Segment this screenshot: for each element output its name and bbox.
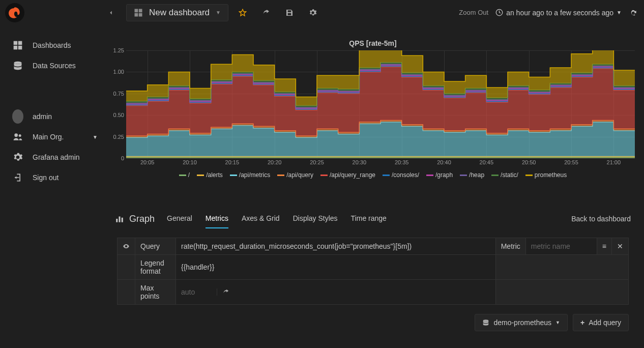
legend-swatch: [197, 175, 204, 176]
avatar-icon: [12, 109, 23, 124]
legend-swatch: [491, 175, 499, 176]
sidebar-collapse-button[interactable]: [104, 6, 118, 20]
legend-label: /static/: [501, 171, 518, 179]
legend-swatch: [460, 175, 467, 176]
legend-swatch: [383, 175, 390, 176]
sidebar-item-dashboard[interactable]: Dashboards: [0, 35, 107, 55]
svg-point-9: [14, 62, 22, 64]
legend-item[interactable]: /alerts: [197, 171, 223, 179]
legend-label: /: [188, 171, 190, 179]
legend-label: prometheus: [535, 171, 567, 179]
legend-format-label: Legend format: [135, 255, 176, 280]
signout-icon: [12, 172, 23, 183]
legend-item[interactable]: /static/: [491, 171, 518, 179]
zoom-out-button[interactable]: Zoom Out: [459, 9, 488, 16]
legend-swatch: [525, 175, 533, 176]
legend-label: /api/query: [286, 171, 313, 179]
svg-rect-7: [14, 46, 18, 50]
max-points-input[interactable]: [181, 288, 217, 296]
star-button[interactable]: [233, 4, 252, 22]
chevron-down-icon: ▼: [617, 10, 622, 15]
tab-time-range[interactable]: Time range: [351, 209, 387, 228]
legend-item[interactable]: /: [179, 171, 190, 179]
tab-metrics[interactable]: Metrics: [206, 209, 228, 228]
legend-format-input[interactable]: [181, 263, 490, 271]
legend-item[interactable]: /consoles/: [383, 171, 419, 179]
svg-rect-5: [14, 41, 18, 45]
legend-swatch: [277, 175, 284, 176]
share-button[interactable]: [257, 4, 275, 22]
time-range-label: an hour ago to a few seconds ago: [506, 9, 613, 17]
svg-rect-6: [18, 41, 22, 45]
sidebar-item-avatar[interactable]: admin: [0, 106, 107, 127]
tab-general[interactable]: General: [167, 209, 192, 228]
legend-label: /consoles/: [392, 171, 419, 179]
legend-label: /alerts: [206, 171, 223, 179]
svg-rect-13: [119, 217, 121, 222]
legend-label: /api/query_range: [330, 171, 375, 179]
legend-swatch: [320, 175, 328, 176]
sidebar-item-database[interactable]: Data Sources: [0, 55, 107, 76]
tab-display-styles[interactable]: Display Styles: [293, 209, 338, 228]
chevron-down-icon: ▼: [216, 10, 221, 15]
query-visibility-toggle[interactable]: [118, 238, 135, 255]
svg-point-10: [14, 133, 18, 137]
svg-rect-12: [116, 219, 118, 222]
refresh-button[interactable]: [629, 9, 637, 17]
metric-input[interactable]: [531, 242, 592, 250]
sidebar-item-gear[interactable]: Grafana admin: [0, 147, 107, 167]
datasource-picker[interactable]: demo-prometheus ▼: [475, 314, 568, 331]
database-icon: [482, 319, 489, 326]
panel-type-label: Graph: [129, 214, 155, 224]
max-points-label: Max points: [135, 280, 176, 305]
svg-rect-8: [18, 46, 22, 50]
dashboard-icon: [134, 8, 143, 17]
sidebar-item-label: Main Org.: [33, 133, 64, 141]
back-to-dashboard-link[interactable]: Back to dashboard: [571, 215, 631, 223]
time-range-picker[interactable]: an hour ago to a few seconds ago ▼: [495, 9, 622, 17]
svg-rect-2: [135, 13, 138, 16]
chevron-down-icon: ▼: [93, 134, 98, 140]
legend-item[interactable]: /heap: [460, 171, 484, 179]
clock-icon: [495, 9, 503, 16]
query-label: Query: [135, 238, 176, 255]
legend-item[interactable]: prometheus: [525, 171, 567, 179]
sidebar-item-label: admin: [33, 112, 52, 121]
graph-icon: [115, 214, 124, 223]
query-remove-button[interactable]: ✕: [612, 238, 629, 255]
sidebar-item-signout[interactable]: Sign out: [0, 167, 107, 188]
chevron-down-icon: ▼: [555, 320, 560, 325]
svg-point-15: [483, 320, 489, 322]
grafana-logo[interactable]: [5, 3, 24, 22]
query-menu-button[interactable]: ≡: [597, 238, 611, 255]
legend-swatch: [426, 175, 433, 176]
gear-icon: [12, 152, 23, 162]
plus-icon: +: [580, 318, 584, 327]
sidebar-item-users[interactable]: Main Org.▼: [0, 127, 107, 147]
legend-swatch: [179, 175, 186, 176]
legend-label: /heap: [469, 171, 484, 179]
add-query-label: Add query: [589, 318, 621, 327]
panel-title: QPS [rate-5m]: [107, 36, 639, 50]
dashboard-title: New dashboard: [149, 8, 210, 18]
save-button[interactable]: [280, 4, 299, 22]
users-icon: [12, 132, 23, 142]
sidebar-item-label: Data Sources: [33, 62, 76, 70]
legend-item[interactable]: /api/query: [277, 171, 313, 179]
sidebar-item-label: Dashboards: [33, 41, 71, 49]
query-input[interactable]: [181, 242, 490, 250]
tab-axes-grid[interactable]: Axes & Grid: [242, 209, 280, 228]
svg-rect-3: [139, 13, 142, 16]
settings-button[interactable]: [304, 4, 322, 22]
legend-item[interactable]: /api/query_range: [320, 171, 375, 179]
sidebar-item-label: Sign out: [33, 173, 58, 182]
legend-item[interactable]: /api/metrics: [230, 171, 270, 179]
legend-label: /api/metrics: [239, 171, 270, 179]
add-query-button[interactable]: + Add query: [573, 314, 629, 331]
legend-item[interactable]: /graph: [426, 171, 453, 179]
max-points-link-button[interactable]: [217, 288, 235, 296]
chart-plot-area[interactable]: [126, 50, 635, 158]
svg-rect-14: [122, 218, 123, 222]
legend-label: /graph: [435, 171, 453, 179]
dashboard-title-picker[interactable]: New dashboard ▼: [126, 4, 228, 21]
